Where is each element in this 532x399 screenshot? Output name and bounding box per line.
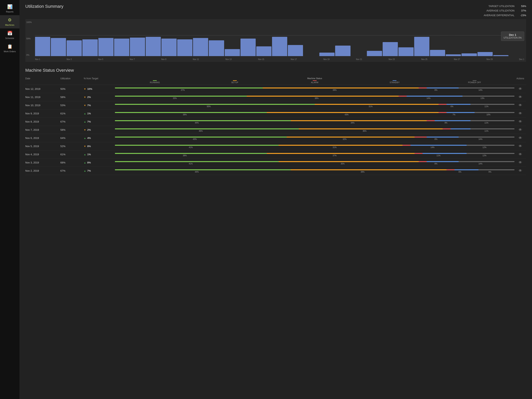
view-button-0[interactable]: 👁 [519,87,522,91]
seg-running-3 [115,112,267,113]
sidebar-item-schedule[interactable]: 📅 Schedule [0,28,19,42]
pct-val-7: 8% [87,145,91,148]
chart-bar-29 [493,21,508,56]
cell-actions-6: 👁 [514,136,526,140]
x-nov23: Nov 23 [389,58,395,60]
seg-alarm-8 [415,153,423,154]
table-rows: Nov 12, 2019 50% ▼ 10% 37% 39% 8% 1 [25,85,526,175]
x-nov15: Nov 15 [258,58,264,60]
view-button-8[interactable]: 👁 [519,152,522,156]
lbl-poweroff-8: 12% [482,154,487,157]
lbl-setup-1: 38% [315,97,319,99]
chart-bar-19 [335,21,350,56]
lbl-poweroff-0: 14% [478,89,482,91]
seg-standby-2 [447,104,470,105]
view-button-6[interactable]: 👁 [519,136,522,140]
seg-poweroff-3 [475,112,514,113]
status-bar-3 [115,112,514,113]
cell-actions-10: 👁 [514,169,526,173]
arrow-4: ▲ [84,120,86,123]
table-row: Nov 5, 2019 52% ▼ 8% 41% 31% 14% 12 [25,142,526,150]
status-bar-0 [115,87,514,89]
seg-standby-3 [447,112,475,113]
cell-actions-0: 👁 [514,87,526,91]
chart-bar-6 [130,21,145,56]
chart-bar-2 [67,21,82,56]
utilization-header: Utilization Summary TARGET UTILIZATION 5… [25,4,526,18]
pct-val-8: 1% [87,153,91,156]
x-nov29: Nov 29 [487,58,493,60]
setup-dot [233,80,237,81]
y-label-100: 100% [26,21,32,23]
arrow-0: ▼ [84,88,86,90]
x-nov25: Nov 25 [421,58,427,60]
bar-labels-2: 50% 31% 6% 11% [115,105,514,107]
view-button-10[interactable]: 👁 [519,169,522,173]
avg-stat-row: AVERAGE UTILIZATION 37% [484,8,526,13]
pct-val-9: 8% [87,161,91,164]
cell-date-6: Nov 6, 2019 [25,137,60,140]
view-button-7[interactable]: 👁 [519,144,522,148]
chart-bar-22 [383,21,398,56]
lbl-poweroff-10: 9% [488,171,491,173]
sidebar-item-reports[interactable]: 📊 Reports [0,2,19,15]
cell-date-10: Nov 2, 2019 [25,169,60,172]
x-nov21: Nov 21 [356,58,362,60]
view-button-1[interactable]: 👁 [519,95,522,99]
arrow-9: ▲ [84,161,86,164]
chart-bar-23 [399,21,414,56]
chart-bar-28 [477,21,493,56]
seg-setup-7 [279,145,403,146]
arrow-3: ▲ [84,112,86,115]
target-label: TARGET UTILIZATION [488,4,514,8]
seg-alarm-4 [427,120,435,121]
table-row: Nov 2, 2019 67% ▲ 7% 44% 39% 6% 9% [25,167,526,175]
view-button-5[interactable]: 👁 [519,128,522,132]
view-button-3[interactable]: 👁 [519,111,522,116]
chart-bar-10 [193,21,208,56]
seg-poweroff-4 [470,120,514,121]
view-button-2[interactable]: 👁 [519,103,522,107]
seg-running-1 [115,96,247,97]
chart-y-labels: 100% 59% 0% [26,21,32,56]
chart-bar-0 [35,21,50,56]
cell-target-3: ▲ 1% [84,112,115,115]
status-setup-label: SETUP [195,80,275,84]
diff-label: AVERAGE DIFFERENTIAL [484,13,514,18]
seg-running-10 [115,169,291,170]
cell-actions-9: 👁 [514,161,526,165]
lbl-running-6: 43% [193,138,197,140]
view-button-4[interactable]: 👁 [519,120,522,124]
standby-dot [393,80,396,81]
bar-labels-1: 33% 38% 14% 13% [115,97,514,99]
status-bar-9 [115,161,514,162]
lbl-running-2: 50% [207,105,211,108]
chart-bar-14 [256,21,272,56]
arrow-5: ▼ [84,129,86,131]
lbl-setup-6: 32% [343,138,347,140]
avg-label: AVERAGE UTILIZATION [487,8,514,13]
cell-actions-8: 👁 [514,152,526,156]
lbl-standby-1: 14% [427,97,431,99]
bar-labels-3: 38% 43% 7% 10% [115,114,514,115]
seg-running-6 [115,137,287,138]
chart-area: 100% 59% 0% Nov 1 Nov 3 Nov 5 Nov 7 Nov … [35,21,524,56]
bar-labels-5: 46% 36% 11% [115,130,514,131]
chart-bar-12 [225,21,240,56]
status-running-label: RUNNING [115,80,195,84]
status-bar-container-0: 37% 39% 8% 14% [115,87,514,90]
table-row: Nov 12, 2019 50% ▼ 10% 37% 39% 8% 1 [25,85,526,93]
seg-alarm-9 [419,161,427,162]
chart-bar-11 [209,21,224,56]
pct-val-3: 1% [87,112,91,115]
sidebar-item-machines[interactable]: ⚙ Machines [0,15,19,28]
lbl-poweroff-2: 11% [484,105,488,108]
x-nov27: Nov 27 [454,58,460,60]
sidebar-item-workorders[interactable]: 📋 Work Orders [0,42,19,55]
seg-setup-8 [267,153,415,154]
lbl-setup-5: 36% [363,130,367,132]
x-nov11: Nov 11 [193,58,199,60]
view-button-9[interactable]: 👁 [519,161,522,165]
seg-running-8 [115,153,267,154]
lbl-setup-9: 35% [341,163,344,165]
